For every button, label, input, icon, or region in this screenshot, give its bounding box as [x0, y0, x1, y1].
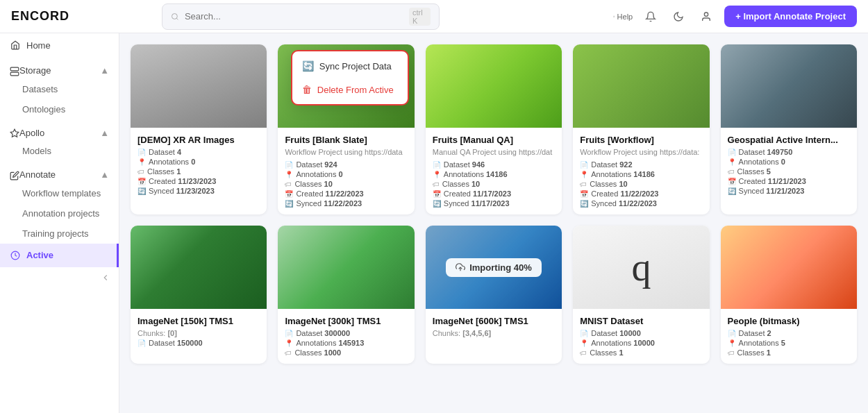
classes-icon5: 🏷: [728, 168, 735, 176]
mnist-char: q: [631, 245, 651, 289]
import-overlay: Importing 40%: [426, 226, 562, 309]
sidebar-annotate-section[interactable]: Annotate ▲: [0, 161, 119, 183]
delete-label: Delete From Active: [317, 85, 394, 95]
apollo-icon: [10, 128, 19, 139]
sidebar-item-models[interactable]: Models: [0, 141, 119, 161]
card-fruits-workflow: Fruits [Workflow] Workflow Project using…: [573, 44, 709, 214]
card-geospatial: Geospatial Active Intern... 📄 Dataset 14…: [721, 44, 857, 214]
card-xr-created: 📅 Created 11/23/2023: [137, 177, 260, 185]
sidebar-item-training-projects[interactable]: Training projects: [0, 224, 119, 244]
created-icon3: 📅: [433, 190, 441, 198]
card-people-bitmask-body: People (bitmask) 📄 Dataset 2 📍 Annotatio…: [721, 309, 857, 364]
dataset-icon5: 📄: [728, 149, 736, 156]
created-icon5: 📅: [728, 178, 736, 185]
card-imagenet-600k: Importing 40% ImageNet [600k] TMS1 Chunk…: [426, 226, 562, 364]
dataset-icon6: 📄: [137, 339, 146, 347]
annotation-icon9: 📍: [728, 339, 736, 347]
card-mnist-meta: 📄 Dataset 10000 📍 Annotations 10000 🏷 Cl…: [580, 329, 702, 357]
card-xr-classes: 🏷 Classes 1: [137, 167, 260, 176]
card-imagenet-600k-body: ImageNet [600k] TMS1 Chunks: [3,4,5,6]: [426, 309, 562, 344]
apollo-collapse-icon: ▲: [100, 128, 109, 138]
dataset-icon9: 📄: [728, 330, 736, 337]
sidebar-item-annotation-projects[interactable]: Annotation projects: [0, 203, 119, 224]
sync-project-data-item[interactable]: 🔄 Sync Project Data: [292, 54, 408, 78]
sidebar-item-ontologies[interactable]: Ontologies: [0, 99, 119, 119]
created-icon2: 📅: [285, 190, 293, 198]
card-geospatial-image: [721, 44, 857, 128]
cards-grid-row2: ImageNet [150k] TMS1 Chunks: [0] 📄 Datas…: [131, 226, 857, 364]
svg-rect-6: [10, 72, 19, 76]
created-icon4: 📅: [580, 190, 588, 198]
sidebar-item-workflow-templates[interactable]: Workflow templates: [0, 183, 119, 203]
card-imagenet-600k-meta: Chunks: [3,4,5,6]: [433, 329, 555, 337]
notifications-icon[interactable]: [641, 7, 660, 26]
card-people-bitmask: People (bitmask) 📄 Dataset 2 📍 Annotatio…: [721, 226, 857, 364]
card-imagenet-300k: ImageNet [300k] TMS1 📄 Dataset 300000 📍 …: [278, 226, 414, 364]
card-fruits-blank-title: Fruits [Blank Slate]: [285, 135, 407, 145]
classes-icon3: 🏷: [433, 180, 440, 188]
card-mnist-title: MNIST Dataset: [580, 316, 702, 326]
help-icon[interactable]: Help: [613, 7, 633, 26]
card-imagenet-150k-body: ImageNet [150k] TMS1 Chunks: [0] 📄 Datas…: [131, 309, 267, 354]
sidebar-item-home[interactable]: Home: [0, 33, 119, 57]
card-fruits-qa: Fruits [Manual QA] Manual QA Project usi…: [426, 44, 562, 214]
annotation-icon3: 📍: [433, 171, 441, 178]
card-fruits-blank: 🔄 Sync Project Data 🗑 Delete From Active…: [278, 44, 414, 214]
card-people-bitmask-image: [721, 226, 857, 309]
upload-icon: [456, 262, 465, 272]
sidebar-apollo-section[interactable]: Apollo ▲: [0, 119, 119, 142]
svg-rect-5: [10, 67, 19, 71]
storage-icon: [10, 65, 19, 76]
svg-point-0: [172, 13, 178, 19]
classes-icon7: 🏷: [285, 349, 292, 357]
delete-from-active-item[interactable]: 🗑 Delete From Active: [292, 78, 408, 101]
annotate-collapse-icon: ▲: [100, 169, 109, 180]
sidebar: Home Storage ▲ Datasets Ontologies Apoll…: [0, 33, 119, 413]
annotation-icon2: 📍: [285, 171, 293, 178]
card-imagenet-150k: ImageNet [150k] TMS1 Chunks: [0] 📄 Datas…: [131, 226, 267, 364]
card-fruits-blank-meta: 📄 Dataset 924 📍 Annotations 0 🏷 Classes …: [285, 160, 407, 208]
card-imagenet-150k-title: ImageNet [150k] TMS1: [137, 316, 260, 326]
search-input[interactable]: [185, 11, 403, 22]
sidebar-storage-section[interactable]: Storage ▲: [0, 57, 119, 79]
search-shortcut: ctrl K: [409, 8, 431, 26]
card-imagenet-600k-image: Importing 40%: [426, 226, 562, 309]
user-icon[interactable]: [696, 7, 716, 26]
card-mnist-body: MNIST Dataset 📄 Dataset 10000 📍 Annotati…: [573, 309, 709, 364]
card-xr-annotations: 📍 Annotations 0: [137, 158, 260, 166]
search-bar[interactable]: ctrl K: [162, 3, 440, 30]
svg-point-4: [705, 12, 708, 16]
card-fruits-workflow-image: [573, 44, 709, 128]
synced-icon4: 🔄: [580, 200, 588, 208]
card-fruits-blank-body: Fruits [Blank Slate] Workflow Project us…: [278, 128, 414, 214]
annotate-icon: [10, 169, 19, 180]
import-annotate-button[interactable]: + Import Annotate Project: [724, 6, 857, 27]
card-xr-image: [131, 44, 267, 128]
card-fruits-qa-image: [426, 44, 562, 128]
card-xr-meta: 📄 Dataset 4 📍 Annotations 0 🏷 Classes 1: [137, 148, 260, 195]
context-menu: 🔄 Sync Project Data 🗑 Delete From Active: [291, 50, 409, 106]
card-fruits-blank-subtitle: Workflow Project using https://data: [285, 148, 407, 156]
svg-line-1: [176, 18, 178, 19]
card-fruits-workflow-body: Fruits [Workflow] Workflow Project using…: [573, 128, 709, 214]
dataset-icon4: 📄: [580, 161, 588, 169]
main-layout: Home Storage ▲ Datasets Ontologies Apoll…: [0, 33, 868, 413]
sidebar-item-datasets[interactable]: Datasets: [0, 79, 119, 99]
topbar-actions: Help + Import Annotate Project: [613, 6, 857, 27]
theme-icon[interactable]: [669, 7, 688, 26]
sidebar-item-active[interactable]: Active: [0, 244, 119, 267]
app-container: ENCORD ctrl K Help + Import Annotate Pro…: [0, 0, 868, 413]
synced-icon3: 🔄: [433, 200, 441, 208]
card-mnist: q MNIST Dataset 📄 Dataset 10000 📍 Annota…: [573, 226, 709, 364]
svg-marker-9: [10, 129, 19, 137]
dataset-icon7: 📄: [285, 330, 293, 337]
card-fruits-workflow-title: Fruits [Workflow]: [580, 135, 702, 145]
context-menu-wrapper: 🔄 Sync Project Data 🗑 Delete From Active: [291, 50, 409, 106]
sidebar-active-label: Active: [26, 250, 53, 260]
sync-icon: 🔄: [302, 60, 314, 71]
annotation-icon4: 📍: [580, 171, 588, 178]
created-icon: 📅: [137, 178, 146, 185]
card-imagenet-300k-meta: 📄 Dataset 300000 📍 Annotations 145913 🏷 …: [285, 329, 407, 357]
card-imagenet-150k-image: [131, 226, 267, 309]
sidebar-collapse-button[interactable]: [0, 267, 119, 288]
